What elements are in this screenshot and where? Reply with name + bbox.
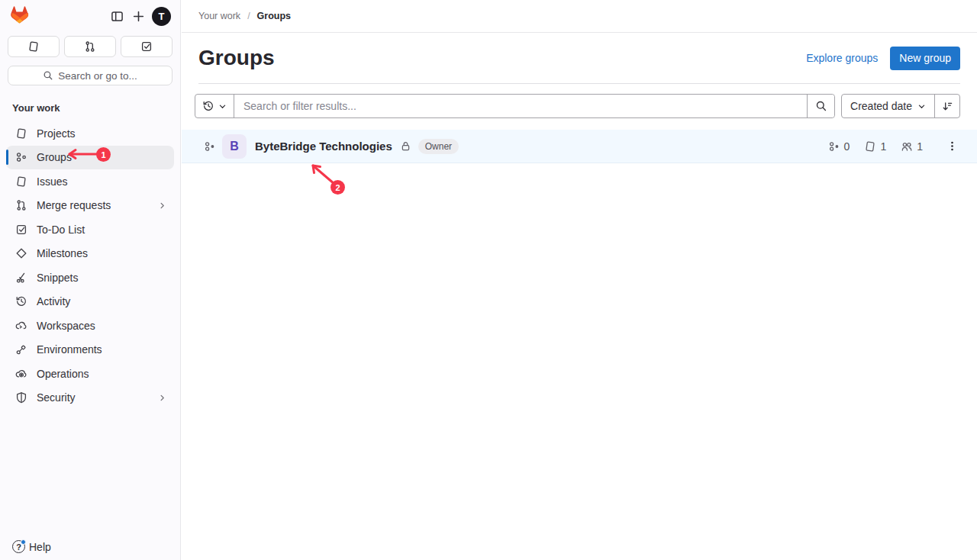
role-badge: Owner — [418, 139, 459, 154]
issues-icon — [15, 175, 27, 188]
merge-request-icon — [15, 199, 27, 211]
sidebar-item-environments[interactable]: Environments — [6, 338, 174, 362]
sidebar-item-operations[interactable]: Operations — [6, 362, 174, 386]
sidebar-item-label: Operations — [37, 368, 166, 380]
sidebar-item-merge-requests[interactable]: Merge requests — [6, 194, 174, 218]
sidebar-item-label: Milestones — [37, 247, 166, 259]
chevron-down-icon — [917, 102, 926, 111]
sidebar-item-label: Snippets — [37, 272, 166, 284]
chevron-down-icon — [218, 102, 227, 111]
search-submit-button[interactable] — [807, 95, 834, 117]
sidebar-item-label: Activity — [37, 295, 166, 307]
group-avatar[interactable]: B — [222, 134, 247, 159]
sidebar-item-activity[interactable]: Activity — [6, 290, 174, 314]
sidebar-item-label: Projects — [37, 127, 166, 140]
sidebar-item-label: Workspaces — [37, 320, 166, 332]
sidebar-item-projects[interactable]: Projects — [6, 121, 174, 146]
sidebar-item-issues[interactable]: Issues — [6, 169, 174, 194]
security-icon — [15, 391, 27, 404]
sidebar-item-workspaces[interactable]: Workspaces — [6, 314, 174, 338]
annotation-badge-2: 2 — [331, 180, 345, 195]
sidebar-topbar: T — [0, 0, 180, 33]
subgroup-indicator-icon — [204, 140, 216, 153]
help-menu[interactable]: ? Help — [12, 540, 51, 553]
breadcrumb: Your work / Groups — [182, 0, 977, 33]
groups-icon — [15, 151, 27, 163]
assigned-issues-button[interactable] — [8, 36, 60, 57]
sidebar-item-label: Issues — [37, 175, 166, 188]
breadcrumb-current: Groups — [257, 11, 291, 21]
members-icon — [901, 140, 913, 153]
groups-list: B ByteBridge Technologies Owner — [182, 130, 977, 163]
merge-requests-button[interactable] — [64, 36, 116, 57]
subgroups-count: 0 — [828, 140, 850, 153]
milestone-icon — [15, 247, 27, 259]
annotation-badge-1: 1 — [96, 147, 111, 162]
breadcrumb-your-work[interactable]: Your work — [198, 11, 240, 21]
new-menu-plus-icon[interactable] — [127, 6, 149, 27]
sidebar-item-label: Environments — [37, 343, 166, 356]
search-placeholder-text: Search or go to... — [58, 70, 137, 82]
sort-descending-icon — [942, 101, 953, 112]
sort-by-label: Created date — [850, 100, 912, 112]
gitlab-logo[interactable] — [9, 5, 30, 28]
search-icon — [43, 70, 53, 81]
sort-direction-button[interactable] — [935, 95, 959, 117]
page-header: Groups Explore groups New group — [198, 33, 960, 84]
filter-bar: Created date — [195, 94, 960, 118]
annotation-arrow-1 — [64, 146, 101, 162]
sidebar-item-label: To-Do List — [37, 224, 166, 236]
chevron-right-icon — [158, 201, 166, 210]
environments-icon — [15, 343, 27, 356]
todo-icon — [15, 224, 27, 236]
sidebar-item-milestones[interactable]: Milestones — [6, 242, 174, 266]
search-icon — [815, 100, 827, 112]
operations-icon — [15, 368, 27, 380]
projects-icon — [864, 140, 876, 153]
gitlab-groups-page: T — [0, 0, 977, 560]
sidebar-section-label: Your work — [0, 85, 180, 121]
sidebar-shortcuts — [0, 33, 180, 57]
group-actions-kebab-menu[interactable] — [942, 137, 962, 156]
help-notification-dot — [21, 539, 26, 545]
chevron-right-icon — [158, 394, 166, 402]
snippet-icon — [15, 272, 27, 284]
projects-count: 1 — [864, 140, 886, 153]
new-group-button[interactable]: New group — [890, 47, 960, 70]
group-row[interactable]: B ByteBridge Technologies Owner — [182, 130, 977, 163]
todo-list-button[interactable] — [121, 36, 173, 57]
filter-input-group — [195, 94, 835, 118]
filter-search-input[interactable] — [234, 95, 807, 117]
sidebar-toggle-icon[interactable] — [106, 6, 127, 27]
search-or-go-to[interactable]: Search or go to... — [8, 66, 173, 85]
help-label: Help — [29, 541, 51, 553]
subgroups-icon — [828, 140, 840, 153]
sidebar-item-snippets[interactable]: Snippets — [6, 266, 174, 290]
sort-controls: Created date — [841, 94, 960, 118]
help-icon: ? — [12, 540, 25, 553]
private-visibility-lock-icon — [400, 140, 411, 152]
workspaces-icon — [15, 320, 27, 332]
members-count: 1 — [901, 140, 923, 153]
sidebar: T — [0, 0, 181, 560]
sidebar-item-label: Security — [37, 391, 149, 404]
user-avatar[interactable]: T — [152, 7, 171, 26]
sort-by-dropdown[interactable]: Created date — [842, 95, 935, 117]
project-icon — [15, 127, 27, 140]
page-title: Groups — [198, 46, 275, 70]
explore-groups-link[interactable]: Explore groups — [806, 52, 878, 64]
recent-searches-dropdown[interactable] — [195, 95, 234, 117]
sidebar-item-to-do-list[interactable]: To-Do List — [6, 217, 174, 242]
main-content: Your work / Groups Groups Explore groups… — [182, 0, 977, 560]
sidebar-item-label: Merge requests — [37, 199, 149, 211]
breadcrumb-separator: / — [247, 11, 250, 21]
sidebar-item-security[interactable]: Security — [6, 386, 174, 410]
history-icon — [202, 100, 214, 112]
activity-icon — [15, 295, 27, 307]
sidebar-nav: ProjectsGroupsIssuesMerge requestsTo-Do … — [0, 121, 180, 410]
group-name-link[interactable]: ByteBridge Technologies — [255, 140, 392, 153]
